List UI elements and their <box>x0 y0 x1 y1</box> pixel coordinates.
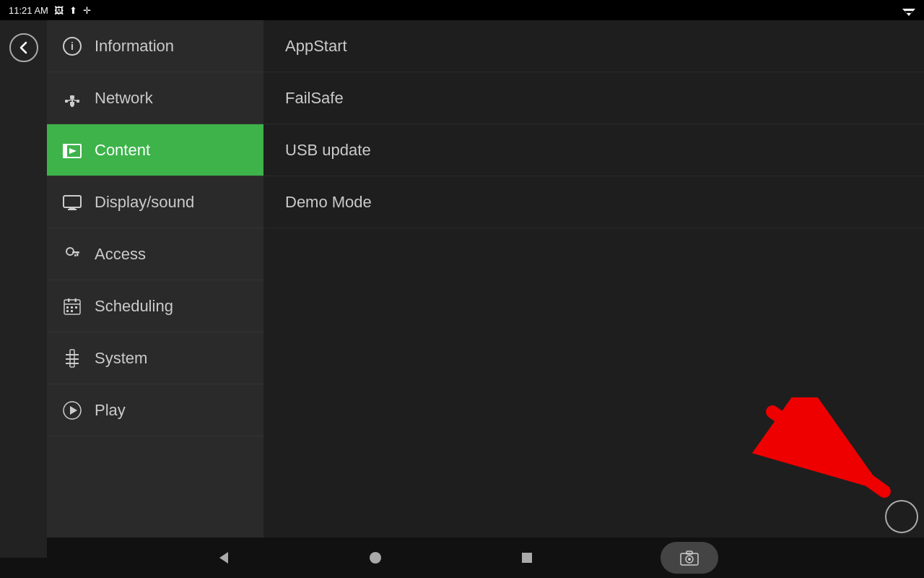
svg-rect-34 <box>66 354 79 355</box>
sidebar-item-label-scheduling: Scheduling <box>95 297 173 316</box>
content-area: AppStart FailSafe USB update Demo Mode <box>263 20 924 558</box>
sidebar: i Information Network <box>47 20 263 558</box>
svg-rect-26 <box>75 298 77 302</box>
svg-rect-9 <box>71 104 74 107</box>
status-bar: 11:21 AM 🖼 ⬆ ✛ <box>0 0 924 20</box>
svg-marker-15 <box>69 148 77 154</box>
svg-marker-2 <box>907 13 911 16</box>
svg-rect-19 <box>68 209 77 210</box>
svg-text:i: i <box>71 40 74 52</box>
back-button-container <box>0 20 47 558</box>
svg-marker-38 <box>70 406 77 415</box>
svg-rect-18 <box>69 207 75 209</box>
photo-icon: 🖼 <box>54 5 64 16</box>
content-item-failsafe[interactable]: FailSafe <box>263 72 924 124</box>
content-item-label-failsafe: FailSafe <box>285 89 344 108</box>
svg-rect-29 <box>71 306 73 309</box>
bluetooth-icon: ✛ <box>83 5 91 16</box>
content-icon <box>61 140 83 159</box>
status-bar-left: 11:21 AM 🖼 ⬆ ✛ <box>9 5 91 16</box>
svg-rect-35 <box>66 358 79 360</box>
content-item-demo-mode[interactable]: Demo Mode <box>263 176 924 228</box>
back-button[interactable] <box>9 33 38 62</box>
svg-marker-41 <box>219 552 228 564</box>
nav-bar-buttons <box>0 540 924 576</box>
svg-rect-17 <box>64 196 81 207</box>
upload-icon: ⬆ <box>69 5 77 16</box>
camera-nav-button[interactable] <box>661 542 718 574</box>
sidebar-item-label-network: Network <box>95 89 153 108</box>
svg-rect-46 <box>687 551 692 554</box>
sidebar-item-display-sound[interactable]: Display/sound <box>47 176 263 228</box>
status-bar-right <box>902 4 915 17</box>
sidebar-item-network[interactable]: Network <box>47 72 263 124</box>
sidebar-item-content[interactable]: Content <box>47 124 263 176</box>
svg-point-47 <box>688 558 691 561</box>
network-icon <box>61 89 83 108</box>
wifi-icon <box>902 4 915 17</box>
content-item-appstart[interactable]: AppStart <box>263 20 924 72</box>
system-icon <box>61 348 83 368</box>
svg-rect-25 <box>68 298 70 302</box>
svg-point-42 <box>370 552 381 564</box>
svg-point-20 <box>66 248 74 255</box>
sidebar-item-label-display: Display/sound <box>95 193 194 212</box>
svg-rect-31 <box>66 310 69 312</box>
content-item-label-usb-update: USB update <box>285 141 371 160</box>
svg-rect-43 <box>522 553 532 563</box>
svg-rect-21 <box>72 251 79 254</box>
info-icon: i <box>61 36 83 56</box>
sidebar-item-play[interactable]: Play <box>47 384 263 436</box>
play-icon <box>61 400 83 420</box>
svg-rect-30 <box>75 306 77 309</box>
svg-rect-16 <box>63 144 67 158</box>
sidebar-item-label-information: Information <box>95 37 174 56</box>
sidebar-item-system[interactable]: System <box>47 332 263 384</box>
content-item-usb-update[interactable]: USB update <box>263 124 924 176</box>
svg-rect-23 <box>74 254 77 256</box>
sidebar-item-label-access: Access <box>95 245 146 264</box>
home-nav-button[interactable] <box>357 540 393 576</box>
svg-rect-32 <box>71 310 73 312</box>
display-icon <box>61 192 83 211</box>
svg-rect-28 <box>66 306 69 309</box>
sidebar-item-label-content: Content <box>95 141 150 160</box>
content-item-label-appstart: AppStart <box>285 37 347 56</box>
svg-rect-12 <box>70 95 74 99</box>
sidebar-item-access[interactable]: Access <box>47 228 263 280</box>
scheduling-icon <box>61 296 83 316</box>
access-icon <box>61 244 83 264</box>
time-display: 11:21 AM <box>9 5 48 16</box>
circle-button[interactable] <box>885 500 918 533</box>
sidebar-item-label-system: System <box>95 349 147 368</box>
sidebar-item-label-play: Play <box>95 401 126 420</box>
sidebar-item-scheduling[interactable]: Scheduling <box>47 280 263 332</box>
sidebar-item-information[interactable]: i Information <box>47 20 263 72</box>
back-nav-button[interactable] <box>206 540 242 576</box>
svg-rect-36 <box>66 363 79 364</box>
nav-bar <box>0 538 924 578</box>
content-item-label-demo-mode: Demo Mode <box>285 193 372 212</box>
recent-nav-button[interactable] <box>509 540 545 576</box>
svg-rect-22 <box>77 254 79 256</box>
